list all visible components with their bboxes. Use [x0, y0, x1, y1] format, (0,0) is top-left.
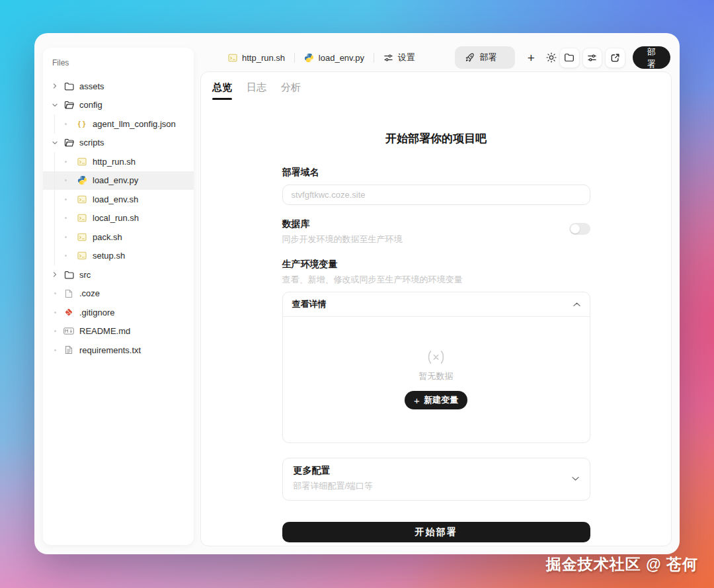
plus-icon: +: [414, 396, 420, 405]
tab-label: http_run.sh: [242, 53, 285, 63]
detail-panel-header[interactable]: 查看详情: [283, 292, 590, 317]
database-label: 数据库: [282, 218, 403, 230]
rocket-icon: [465, 53, 475, 63]
folder-icon: [63, 271, 75, 279]
tree-item-pack-sh[interactable]: pack.sh: [43, 228, 194, 247]
modified-dot-icon: [63, 179, 68, 181]
file-label: http_run.sh: [93, 157, 136, 167]
external-link-icon: [610, 53, 620, 63]
file-icon: [63, 289, 75, 298]
file-label: README.md: [79, 326, 130, 336]
subtab-analytics[interactable]: 分析: [281, 81, 301, 100]
tree-item-local-run-sh[interactable]: local_run.sh: [43, 209, 194, 228]
sun-icon: [546, 52, 557, 63]
tree-item-load-env-sh[interactable]: load_env.sh: [43, 190, 194, 209]
tree-item-gitignore[interactable]: .gitignore: [43, 303, 194, 322]
subtab-logs[interactable]: 日志: [247, 81, 266, 100]
tab-label: 设置: [398, 52, 415, 63]
file-label: scripts: [79, 138, 104, 147]
tune-settings-button[interactable]: [582, 48, 603, 68]
domain-input[interactable]: [282, 185, 590, 205]
start-deploy-button[interactable]: 开始部署: [282, 522, 590, 542]
new-variable-label: 新建变量: [424, 394, 458, 406]
modified-dot-icon: [63, 161, 68, 163]
tree-item-src[interactable]: src: [43, 265, 194, 284]
chevron-down-icon: [50, 140, 60, 146]
deploy-subtabs: 总览 日志 分析: [201, 72, 671, 100]
tree-item-coze[interactable]: .coze: [43, 284, 194, 304]
tree-item-readme-md[interactable]: README.md: [43, 322, 194, 341]
tab-settings[interactable]: 设置: [374, 52, 424, 63]
tree-item-agent-llm-config-json[interactable]: { } agent_llm_config.json: [43, 114, 194, 134]
modified-dot-icon: [50, 312, 60, 314]
text-file-icon: [63, 345, 75, 355]
tree-item-requirements-txt[interactable]: requirements.txt: [43, 341, 194, 360]
python-file-icon: [76, 175, 88, 185]
shell-file-icon: [76, 233, 88, 241]
file-label: config: [79, 100, 102, 110]
tree-item-scripts[interactable]: scripts: [43, 134, 194, 153]
env-vars-label: 生产环境变量: [282, 259, 590, 271]
folder-open-icon: [63, 138, 75, 147]
modified-dot-icon: [63, 198, 68, 200]
database-row: 数据库 同步开发环境的数据至生产环境: [282, 218, 590, 245]
env-vars-description: 查看、新增、修改或同步至生产环境的环境变量: [282, 274, 590, 286]
file-label: assets: [79, 81, 104, 91]
more-config-card[interactable]: 更多配置 部署详细配置/端口等: [282, 458, 590, 501]
modified-dot-icon: [63, 236, 68, 238]
app-window: Files assets config { } agent_llm_config…: [34, 33, 680, 554]
editor-tabbar: http_run.sh load_env.py 设置 部署 +: [200, 45, 670, 70]
watermark-text: 掘金技术社区 @ 苍何: [546, 554, 698, 575]
file-label: requirements.txt: [79, 345, 141, 355]
theme-toggle-button[interactable]: [544, 48, 559, 67]
desktop: { "sidebar": { "title": "Files", "items"…: [0, 0, 714, 588]
toggle-knob: [571, 224, 580, 233]
file-label: load_env.py: [93, 175, 138, 185]
open-external-button[interactable]: [605, 48, 625, 68]
markdown-file-icon: [63, 327, 75, 335]
modified-dot-icon: [63, 123, 68, 125]
more-config-texts: 更多配置 部署详细配置/端口等: [294, 465, 374, 492]
detail-header-label: 查看详情: [292, 298, 327, 310]
tree-item-load-env-py[interactable]: load_env.py: [43, 171, 194, 190]
tab-load-env-py[interactable]: load_env.py: [295, 53, 374, 63]
modified-dot-icon: [50, 292, 60, 294]
chevron-up-icon: [573, 302, 580, 307]
tree-item-setup-sh[interactable]: setup.sh: [43, 247, 194, 266]
deploy-panel: 总览 日志 分析 开始部署你的项目吧 部署域名 数据库 同步开发环境的数据至生产…: [200, 71, 672, 546]
tab-label: 部署: [480, 52, 497, 63]
domain-label: 部署域名: [282, 167, 590, 179]
env-vars-empty-state: 暂无数据 + 新建变量: [283, 317, 590, 442]
file-label: setup.sh: [93, 251, 125, 261]
deploy-form: 开始部署你的项目吧 部署域名 数据库 同步开发环境的数据至生产环境 生产环境变量…: [282, 131, 590, 542]
shell-file-icon: [76, 157, 88, 166]
file-label: .coze: [79, 288, 100, 298]
new-variable-button[interactable]: + 新建变量: [405, 391, 467, 409]
tree-item-http-run-sh[interactable]: http_run.sh: [43, 152, 194, 171]
open-folder-button[interactable]: [559, 48, 580, 68]
file-label: pack.sh: [93, 232, 122, 242]
deploy-button[interactable]: 部署: [633, 46, 670, 69]
database-sync-toggle[interactable]: [569, 223, 590, 235]
modified-dot-icon: [50, 330, 60, 332]
subtab-overview[interactable]: 总览: [212, 81, 232, 100]
chevron-down-icon: [572, 476, 579, 481]
modified-dot-icon: [50, 349, 60, 351]
json-file-icon: { }: [76, 120, 88, 128]
tree-item-assets[interactable]: assets: [43, 77, 194, 96]
database-description: 同步开发环境的数据至生产环境: [282, 233, 403, 245]
tab-http-run-sh[interactable]: http_run.sh: [219, 53, 294, 63]
more-config-description: 部署详细配置/端口等: [294, 480, 374, 492]
new-tab-button[interactable]: +: [524, 48, 539, 67]
git-icon: [63, 308, 75, 317]
tab-label: load_env.py: [319, 53, 364, 63]
tree-item-config[interactable]: config: [43, 96, 194, 115]
empty-text: 暂无数据: [419, 370, 454, 382]
tab-deploy-active[interactable]: 部署: [455, 46, 515, 69]
env-vars-detail-panel: 查看详情 暂无数据 + 新建变量: [282, 292, 590, 443]
database-texts: 数据库 同步开发环境的数据至生产环境: [282, 218, 403, 245]
python-file-icon: [304, 53, 314, 63]
shell-file-icon: [76, 214, 88, 222]
more-config-label: 更多配置: [294, 465, 374, 477]
file-label: local_run.sh: [93, 213, 139, 223]
